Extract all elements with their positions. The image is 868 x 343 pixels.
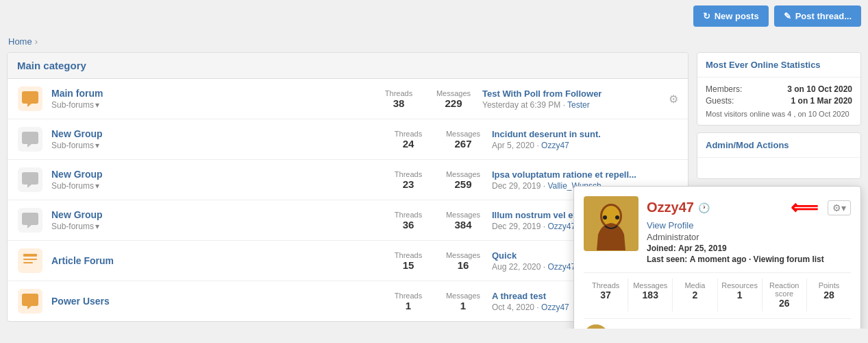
popup-stat-threads: Threads 37 — [584, 279, 628, 311]
category-header: Main category — [8, 53, 688, 79]
stat-value-reaction: 26 — [762, 298, 806, 309]
breadcrumb-home[interactable]: Home — [8, 36, 32, 47]
latest-user-new-group-3[interactable]: Ozzy47 — [547, 222, 575, 231]
forum-title-new-group-3[interactable]: New Group — [51, 209, 103, 220]
admin-actions-header: Admin/Mod Actions — [697, 133, 860, 158]
forum-title-new-group-1[interactable]: New Group — [51, 128, 103, 139]
threads-label: Threads — [378, 89, 419, 97]
forum-title-article-forum[interactable]: Article Forum — [51, 255, 114, 266]
forum-title-power-users[interactable]: Power Users — [51, 296, 110, 307]
threads-value: 36 — [388, 219, 429, 230]
chevron-down-icon[interactable]: ▾ — [95, 181, 99, 191]
forum-info-main-forum: Main forum Sub-forums ▾ — [51, 88, 370, 110]
stat-label-points: Points — [807, 281, 851, 289]
last-seen-label: Last seen: — [647, 255, 687, 264]
most-visitors-text: Most visitors online was 4 , on 10 Oct 2… — [706, 110, 852, 118]
svg-point-12 — [603, 215, 607, 220]
svg-point-14 — [584, 324, 608, 329]
popup-footer: Ozzy47 Administrator — [584, 318, 851, 329]
messages-label: Messages — [443, 130, 484, 138]
subforums-label: Sub-forums — [51, 141, 94, 150]
latest-user-power-users[interactable]: Ozzy47 — [541, 303, 569, 312]
online-stats-header: Most Ever Online Statistics — [697, 53, 860, 78]
forum-icon-main-forum — [17, 86, 43, 112]
forum-subforums-main-forum: Sub-forums ▾ — [51, 100, 370, 110]
popup-stat-media: Media 2 — [673, 279, 717, 311]
right-panel: Most Ever Online Statistics Members: 3 o… — [697, 52, 861, 322]
messages-stat-article-forum: Messages 16 — [443, 251, 484, 271]
popup-footer-avatar — [584, 324, 608, 329]
popup-user-info: Ozzy47 🕐 ⟸ ⚙▾ View Profile Administrator… — [647, 196, 851, 265]
subforums-label: Sub-forums — [51, 222, 94, 231]
admin-actions-card: Admin/Mod Actions — [697, 132, 861, 179]
popup-avatar — [584, 196, 638, 251]
messages-stat-new-group-3: Messages 384 — [443, 211, 484, 230]
forum-title-new-group-2[interactable]: New Group — [51, 169, 103, 180]
members-stat-row: Members: 3 on 10 Oct 2020 — [706, 84, 852, 94]
chevron-down-icon[interactable]: ▾ — [95, 141, 99, 150]
latest-user-new-group-1[interactable]: Ozzy47 — [541, 141, 569, 150]
footer-username-link[interactable]: Ozzy47 — [615, 328, 646, 329]
threads-label: Threads — [388, 130, 429, 138]
settings-icon-main-forum[interactable]: ⚙ — [669, 93, 678, 106]
latest-title-new-group-2[interactable]: Ipsa voluptatum ratione et repell... — [492, 169, 670, 180]
forum-stats-new-group-3: Threads 36 Messages 384 — [388, 211, 484, 230]
latest-user-main-forum[interactable]: Tester — [567, 100, 590, 110]
view-profile-link[interactable]: View Profile — [647, 220, 851, 230]
messages-value: 267 — [443, 138, 484, 150]
threads-label: Threads — [388, 211, 429, 219]
guests-value: 1 on 1 Mar 2020 — [791, 96, 852, 106]
forum-icon-new-group-3 — [17, 207, 43, 233]
arrow-icon: ⟸ — [791, 196, 818, 219]
latest-title-main-forum[interactable]: Test With Poll from Follower — [482, 88, 660, 99]
popup-username: Ozzy47 — [647, 200, 694, 215]
guests-label: Guests: — [706, 96, 734, 106]
forum-icon-article-forum — [17, 248, 43, 274]
popup-role: Administrator — [647, 232, 851, 242]
stat-value-media: 2 — [673, 289, 717, 300]
joined-value: Apr 25, 2019 — [678, 244, 727, 253]
stat-value-messages: 183 — [628, 289, 672, 300]
user-popup-card: Ozzy47 🕐 ⟸ ⚙▾ View Profile Administrator… — [573, 186, 861, 329]
breadcrumb-separator: › — [35, 36, 38, 47]
stat-label-threads: Threads — [584, 281, 628, 289]
threads-stat-main-forum: Threads 38 — [378, 89, 419, 109]
messages-label: Messages — [443, 251, 484, 259]
forum-subforums-new-group-2: Sub-forums ▾ — [51, 181, 380, 191]
latest-user-article-forum[interactable]: Ozzy47 — [547, 262, 575, 272]
popup-username-row: Ozzy47 🕐 ⟸ ⚙▾ — [647, 196, 851, 219]
messages-value: 384 — [443, 219, 484, 230]
stat-label-messages: Messages — [628, 281, 672, 289]
threads-label: Threads — [388, 292, 429, 300]
messages-label: Messages — [443, 211, 484, 219]
category-title: Main category — [17, 60, 678, 71]
new-posts-button[interactable]: ↻ New posts — [693, 5, 769, 27]
forum-subforums-new-group-1: Sub-forums ▾ — [51, 141, 380, 150]
admin-actions-title: Admin/Mod Actions — [706, 140, 852, 150]
post-thread-button[interactable]: ✎ Post thread... — [774, 5, 861, 27]
forum-stats-new-group-1: Threads 24 Messages 267 — [388, 130, 484, 150]
threads-value: 1 — [388, 300, 429, 311]
threads-stat-power-users: Threads 1 — [388, 292, 429, 311]
breadcrumb: Home › — [0, 31, 868, 52]
popup-joined: Joined: Apr 25, 2019 — [647, 244, 851, 253]
messages-value: 1 — [443, 300, 484, 311]
online-stats-title: Most Ever Online Statistics — [706, 60, 852, 70]
threads-value: 15 — [388, 259, 429, 271]
threads-value: 38 — [378, 97, 419, 109]
popup-stat-reaction: Reaction score 26 — [762, 279, 807, 311]
messages-stat-power-users: Messages 1 — [443, 292, 484, 311]
guests-stat-row: Guests: 1 on 1 Mar 2020 — [706, 96, 852, 106]
latest-title-new-group-1[interactable]: Incidunt deserunt in sunt. — [492, 129, 670, 139]
popup-gear-icon[interactable]: ⚙▾ — [828, 200, 851, 215]
forum-row: Main forum Sub-forums ▾ Threads 38 Messa… — [8, 79, 688, 119]
chevron-down-icon[interactable]: ▾ — [95, 100, 99, 110]
messages-value: 259 — [443, 178, 484, 190]
forum-stats-power-users: Threads 1 Messages 1 — [388, 292, 484, 311]
members-value: 3 on 10 Oct 2020 — [787, 84, 852, 94]
forum-subforums-new-group-3: Sub-forums ▾ — [51, 222, 380, 231]
chevron-down-icon[interactable]: ▾ — [95, 222, 99, 231]
online-stats-body: Members: 3 on 10 Oct 2020 Guests: 1 on 1… — [697, 78, 860, 125]
forum-title-main-forum[interactable]: Main forum — [51, 88, 103, 99]
svg-rect-5 — [23, 254, 37, 257]
